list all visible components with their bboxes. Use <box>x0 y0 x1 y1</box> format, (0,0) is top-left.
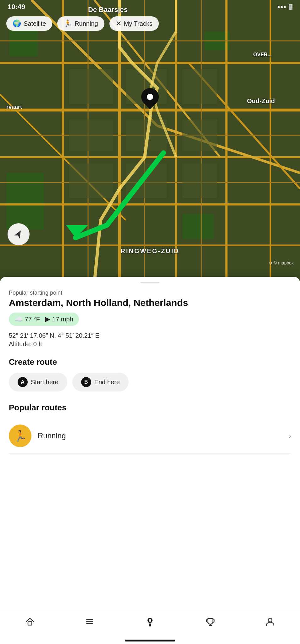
sheet-handle <box>141 282 159 283</box>
temperature-item: ☁️ 77 °F <box>14 315 40 323</box>
popular-starting-label: Popular starting point <box>9 290 291 296</box>
svg-rect-34 <box>182 164 217 198</box>
bottom-sheet: Popular starting point Amsterdam, North … <box>0 277 300 638</box>
end-here-label: End here <box>94 379 120 386</box>
nav-profile[interactable] <box>259 615 281 631</box>
nav-routes[interactable] <box>78 615 101 631</box>
coordinates-block: 52° 21′ 17.06″ N, 4° 51′ 20.21″ E Altitu… <box>9 332 291 348</box>
map-attribution: ⊙ © mapbox <box>269 260 294 265</box>
running-icon: 🏃 <box>64 19 72 28</box>
route-chevron-icon: › <box>289 431 291 440</box>
svg-point-42 <box>149 619 151 622</box>
svg-rect-3 <box>6 173 44 230</box>
route-icon-circle: 🏃 <box>9 425 31 447</box>
status-bar: 10:49 ●●● ▓ <box>0 0 300 14</box>
end-here-button[interactable]: B End here <box>72 373 129 391</box>
svg-rect-38 <box>86 619 93 620</box>
svg-point-45 <box>268 618 272 622</box>
route-sport-icon: 🏃 <box>14 430 27 442</box>
svg-marker-35 <box>14 229 23 239</box>
start-here-button[interactable]: A Start here <box>9 373 67 391</box>
map-filter-bar: 🌍 Satellite 🏃 Running ✕ My Tracks <box>6 16 294 31</box>
my-tracks-filter-button[interactable]: ✕ My Tracks <box>109 16 159 31</box>
map-container[interactable]: De Baarsjes Oud-Zuid rvaart RINGWEG-ZUID… <box>0 0 300 283</box>
pin-body <box>137 84 162 109</box>
running-label: Running <box>75 20 98 27</box>
popular-routes-title: Popular routes <box>9 403 291 413</box>
map-location-pin <box>141 88 159 106</box>
status-icons: ●●● ▓ <box>277 4 292 10</box>
start-here-label: Start here <box>31 379 58 386</box>
svg-rect-39 <box>86 621 93 622</box>
status-time: 10:49 <box>8 3 25 11</box>
mapbox-logo: ⊙ <box>269 260 272 265</box>
svg-rect-29 <box>69 119 113 151</box>
battery-icon: ▓ <box>289 4 292 10</box>
my-tracks-label: My Tracks <box>124 20 153 27</box>
popular-routes-section: Popular routes 🏃 Running › <box>9 403 291 454</box>
weather-bar: ☁️ 77 °F ▶ 17 mph <box>9 313 79 326</box>
route-list-item[interactable]: 🏃 Running › <box>9 418 291 454</box>
wind-icon: ▶ <box>45 315 50 323</box>
svg-rect-32 <box>69 164 113 198</box>
altitude: Altitude: 0 ft <box>9 341 291 348</box>
route-buttons: A Start here B End here <box>9 373 291 391</box>
svg-rect-26 <box>69 69 113 104</box>
wind-item: ▶ 17 mph <box>45 315 73 323</box>
map-streets <box>0 0 300 283</box>
end-badge: B <box>81 377 91 387</box>
wind-value: 17 mph <box>52 316 73 323</box>
svg-rect-28 <box>182 69 217 104</box>
create-route-title: Create route <box>9 357 291 367</box>
coordinates: 52° 21′ 17.06″ N, 4° 51′ 20.21″ E <box>9 332 291 339</box>
profile-icon <box>265 617 275 629</box>
location-name: Amsterdam, North Holland, Netherlands <box>9 297 291 308</box>
map-pin-icon <box>144 616 156 630</box>
temperature-value: 77 °F <box>25 316 40 323</box>
satellite-icon: 🌍 <box>13 19 21 28</box>
close-icon: ✕ <box>116 19 121 28</box>
trophy-icon <box>205 617 215 629</box>
svg-rect-40 <box>86 623 93 624</box>
home-icon <box>25 617 35 629</box>
my-location-button[interactable] <box>8 223 30 245</box>
nav-map[interactable] <box>138 614 162 631</box>
home-indicator <box>125 640 175 641</box>
svg-rect-33 <box>126 164 167 198</box>
nav-home[interactable] <box>19 615 41 631</box>
bottom-nav <box>0 609 300 644</box>
running-filter-button[interactable]: 🏃 Running <box>57 16 104 31</box>
cloud-icon: ☁️ <box>14 315 23 323</box>
svg-rect-37 <box>28 622 32 625</box>
nav-leaderboard[interactable] <box>199 615 222 631</box>
start-badge: A <box>18 377 28 387</box>
pin-dot <box>147 94 153 100</box>
svg-rect-31 <box>182 119 217 151</box>
svg-rect-4 <box>182 214 214 239</box>
satellite-filter-button[interactable]: 🌍 Satellite <box>6 16 52 31</box>
signal-icon: ●●● <box>277 4 286 10</box>
route-name: Running <box>38 431 289 440</box>
satellite-label: Satellite <box>24 20 46 27</box>
routes-icon <box>85 617 95 629</box>
